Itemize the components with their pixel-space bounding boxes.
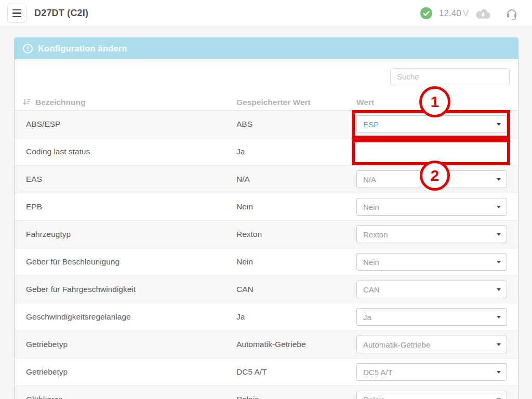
table-row: GlühkerzeRelaisRelais	[15, 386, 518, 399]
sort-icon	[23, 98, 31, 106]
table-row: Geber für FahrgeschwindigkeitCANCAN	[15, 276, 518, 303]
value-cell: DC5 A/T	[356, 363, 518, 381]
page-title: D27DT (C2I)	[34, 8, 88, 19]
chevron-down-icon	[497, 371, 501, 374]
value-cell: Automatik-Getriebe	[356, 336, 518, 353]
dropdown-selected-value: Nein	[363, 203, 379, 211]
row-label: Geber für Beschleunigung	[15, 257, 236, 267]
value-cell: Nein	[356, 253, 518, 271]
chevron-down-icon	[497, 178, 501, 181]
chevron-down-icon	[497, 316, 501, 318]
stored-value: Rexton	[236, 230, 356, 239]
battery-ok-check-icon	[420, 7, 432, 19]
dropdown-selected-value: Nein	[363, 258, 379, 267]
dropdown-selected-value: N/A	[363, 175, 376, 184]
headset-support-icon[interactable]	[506, 7, 517, 20]
table-row: GeschwindigkeitsregelanlageJaJa	[15, 303, 518, 331]
top-bar: D27DT (C2I) 12.40V	[0, 0, 532, 27]
row-label: Geschwindigkeitsregelanlage	[15, 312, 236, 322]
search-input[interactable]	[390, 68, 510, 85]
battery-voltage: 12.40V	[439, 8, 469, 19]
row-label: Coding last status	[15, 147, 236, 156]
dropdown-selected-value: Relais	[363, 395, 385, 399]
chevron-down-icon	[497, 288, 501, 291]
value-dropdown[interactable]: Nein	[356, 253, 507, 271]
dropdown-selected-value: DC5 A/T	[363, 368, 393, 377]
callout-circle-2: 2	[420, 161, 450, 191]
value-dropdown[interactable]: Relais	[356, 391, 507, 399]
value-dropdown[interactable]: Ja	[356, 308, 507, 326]
dropdown-selected-value: Automatik-Getriebe	[363, 340, 430, 349]
stored-value: DC5 A/T	[236, 367, 356, 377]
row-label: Geber für Fahrgeschwindigkeit	[15, 285, 236, 294]
callout-circle-1: 1	[419, 86, 450, 117]
value-cell: Rexton	[356, 225, 518, 243]
stored-value: Automatik-Getriebe	[236, 340, 356, 349]
row-label: Glühkerze	[15, 395, 236, 399]
row-label: ABS/ESP	[15, 119, 236, 129]
row-label: EPB	[15, 202, 236, 211]
table-row: EPBNeinNein	[15, 193, 518, 221]
row-label: Fahrzeugtyp	[15, 230, 236, 239]
table-row: GetriebetypDC5 A/TDC5 A/T	[15, 358, 518, 386]
info-circle-icon: !	[23, 44, 33, 54]
chevron-down-icon	[497, 233, 501, 236]
value-dropdown[interactable]: Rexton	[356, 225, 507, 243]
panel-header: ! Konfiguration ändern	[15, 38, 518, 59]
chevron-down-icon	[497, 206, 501, 208]
row-label: EAS	[15, 175, 236, 184]
stored-value: N/A	[236, 175, 356, 184]
panel-title: Konfiguration ändern	[38, 44, 127, 54]
stored-value: Ja	[236, 312, 356, 322]
value-dropdown[interactable]: DC5 A/T	[356, 363, 507, 381]
dropdown-selected-value: CAN	[363, 285, 380, 294]
stored-value: Nein	[236, 202, 356, 211]
dropdown-selected-value: Ja	[363, 313, 371, 322]
column-header-gespeicherter-wert: Gespeicherter Wert	[236, 98, 356, 107]
value-dropdown[interactable]: Nein	[356, 198, 507, 216]
column-header-bezeichnung[interactable]: Bezeichnung	[15, 98, 236, 107]
value-dropdown[interactable]: CAN	[356, 281, 507, 298]
stored-value: ABS	[236, 119, 356, 129]
value-cell: CAN	[356, 281, 518, 298]
table-row: FahrzeugtypRextonRexton	[15, 221, 518, 248]
value-dropdown[interactable]: Automatik-Getriebe	[356, 336, 507, 353]
stored-value: CAN	[236, 285, 356, 294]
value-cell: Ja	[356, 308, 518, 326]
table-row: GetriebetypAutomatik-GetriebeAutomatik-G…	[15, 331, 518, 358]
chevron-down-icon	[497, 261, 501, 263]
stored-value: Nein	[236, 257, 356, 267]
table-row: Geber für BeschleunigungNeinNein	[15, 248, 518, 276]
stored-value: Relais	[236, 395, 356, 399]
value-cell: Nein	[356, 198, 518, 216]
dropdown-selected-value: Rexton	[363, 230, 388, 239]
cloud-download-icon[interactable]	[476, 8, 490, 19]
row-label: Getriebetyp	[15, 340, 236, 349]
chevron-down-icon	[497, 343, 501, 346]
topbar-status-group: 12.40V	[420, 7, 517, 20]
row-label: Getriebetyp	[15, 367, 236, 377]
value-cell: Relais	[356, 391, 518, 399]
stored-value: Ja	[236, 147, 356, 156]
hamburger-menu-button[interactable]	[7, 4, 26, 23]
